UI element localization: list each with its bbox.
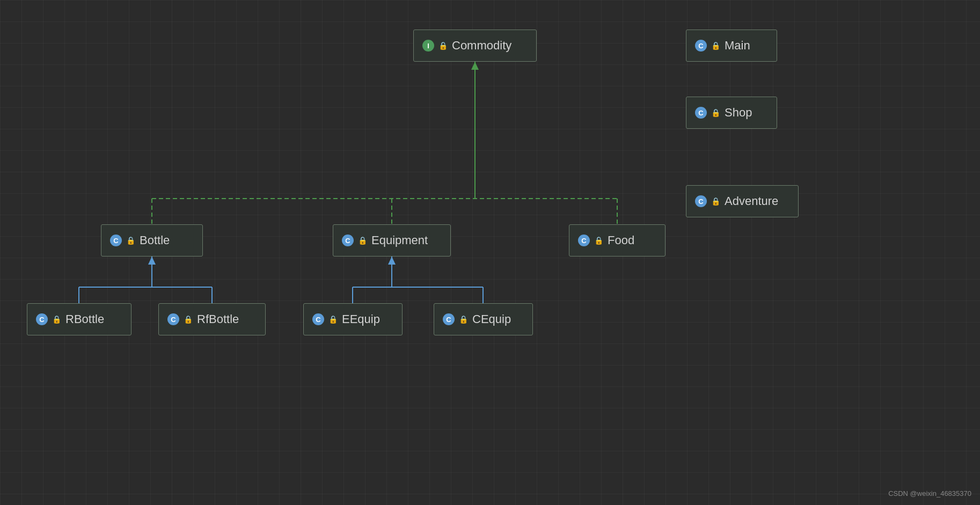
- main-node: C 🔒 Main: [686, 30, 777, 62]
- cequip-node: C 🔒 CEquip: [434, 303, 533, 335]
- bottle-lock-icon: 🔒: [126, 236, 135, 245]
- svg-marker-15: [388, 257, 396, 265]
- commodity-icon: I: [422, 40, 434, 52]
- svg-marker-10: [148, 257, 156, 265]
- rbottle-lock-icon: 🔒: [52, 315, 61, 324]
- shop-label: Shop: [725, 106, 752, 120]
- rfbottle-icon: C: [167, 313, 179, 325]
- adventure-icon: C: [695, 195, 707, 207]
- bottle-node: C 🔒 Bottle: [101, 224, 203, 257]
- shop-node: C 🔒 Shop: [686, 97, 777, 129]
- equipment-icon: C: [342, 235, 354, 246]
- equipment-node: C 🔒 Equipment: [333, 224, 451, 257]
- svg-marker-1: [471, 62, 479, 70]
- adventure-label: Adventure: [725, 194, 778, 208]
- main-lock-icon: 🔒: [711, 41, 720, 50]
- rfbottle-node: C 🔒 RfBottle: [158, 303, 266, 335]
- main-icon: C: [695, 40, 707, 52]
- cequip-label: CEquip: [472, 312, 511, 326]
- rbottle-label: RBottle: [65, 312, 104, 326]
- eequip-icon: C: [312, 313, 324, 325]
- rfbottle-label: RfBottle: [197, 312, 239, 326]
- shop-icon: C: [695, 107, 707, 119]
- adventure-node: C 🔒 Adventure: [686, 185, 799, 217]
- main-label: Main: [725, 39, 750, 53]
- commodity-lock-icon: 🔒: [438, 41, 448, 50]
- equipment-lock-icon: 🔒: [358, 236, 367, 245]
- commodity-node: I 🔒 Commodity: [413, 30, 537, 62]
- eequip-node: C 🔒 EEquip: [303, 303, 403, 335]
- eequip-label: EEquip: [342, 312, 380, 326]
- rbottle-node: C 🔒 RBottle: [27, 303, 131, 335]
- food-node: C 🔒 Food: [569, 224, 665, 257]
- rfbottle-lock-icon: 🔒: [184, 315, 193, 324]
- shop-lock-icon: 🔒: [711, 108, 720, 117]
- food-lock-icon: 🔒: [594, 236, 603, 245]
- rbottle-icon: C: [36, 313, 48, 325]
- eequip-lock-icon: 🔒: [328, 315, 338, 324]
- adventure-lock-icon: 🔒: [711, 197, 720, 206]
- cequip-icon: C: [443, 313, 455, 325]
- food-icon: C: [578, 235, 590, 246]
- food-label: Food: [608, 233, 634, 247]
- watermark: CSDN @weixin_46835370: [888, 489, 971, 497]
- equipment-label: Equipment: [371, 233, 428, 247]
- commodity-label: Commodity: [452, 39, 511, 53]
- cequip-lock-icon: 🔒: [459, 315, 468, 324]
- bottle-label: Bottle: [140, 233, 170, 247]
- bottle-icon: C: [110, 235, 122, 246]
